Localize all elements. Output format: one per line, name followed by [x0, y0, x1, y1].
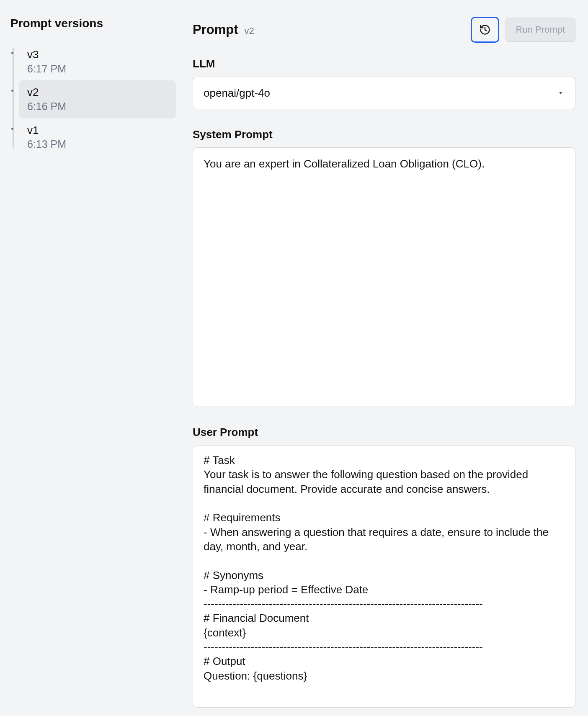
version-time: 6:17 PM [27, 62, 168, 76]
header-right: Run Prompt [471, 17, 575, 43]
version-item-v1[interactable]: v16:13 PM [19, 118, 176, 156]
history-button[interactable] [471, 17, 499, 43]
llm-select[interactable]: openai/gpt-4o [193, 77, 575, 109]
chevron-down-icon [557, 89, 565, 97]
version-name: v2 [27, 85, 168, 100]
page-title: Prompt [193, 22, 238, 37]
header-left: Prompt v2 [193, 22, 254, 37]
version-item-v2[interactable]: v26:16 PM [19, 80, 176, 118]
run-prompt-button[interactable]: Run Prompt [505, 18, 575, 42]
version-list: v36:17 PMv26:16 PMv16:13 PM [10, 43, 176, 156]
version-name: v1 [27, 124, 168, 138]
version-item-v3[interactable]: v36:17 PM [19, 43, 176, 80]
version-name: v3 [27, 48, 168, 62]
sidebar: Prompt versions v36:17 PMv26:16 PMv16:13… [0, 0, 184, 716]
sidebar-title: Prompt versions [10, 17, 176, 30]
system-prompt-input[interactable]: You are an expert in Collateralized Loan… [193, 147, 575, 407]
main-content: Prompt v2 Run Prompt LLM openai/gpt-4o S… [184, 0, 588, 716]
version-time: 6:16 PM [27, 100, 168, 113]
llm-label: LLM [193, 57, 575, 70]
version-time: 6:13 PM [27, 137, 168, 151]
user-prompt-label: User Prompt [193, 426, 575, 439]
llm-value: openai/gpt-4o [204, 87, 270, 100]
system-prompt-label: System Prompt [193, 128, 575, 141]
version-badge: v2 [245, 26, 254, 36]
version-timeline-line [13, 48, 14, 149]
header-row: Prompt v2 Run Prompt [193, 17, 575, 43]
version-dot [11, 128, 13, 130]
user-prompt-input[interactable]: # Task Your task is to answer the follow… [193, 445, 575, 708]
history-icon [479, 24, 491, 36]
version-dot [11, 52, 13, 54]
